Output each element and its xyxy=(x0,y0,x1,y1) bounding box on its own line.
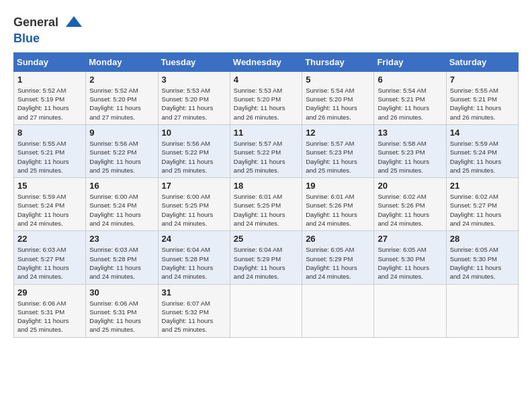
calendar-cell: 14Sunrise: 5:59 AMSunset: 5:24 PMDayligh… xyxy=(446,124,518,177)
calendar-week-5: 29Sunrise: 6:06 AMSunset: 5:31 PMDayligh… xyxy=(14,284,519,337)
day-number: 23 xyxy=(89,234,154,244)
day-info: Sunrise: 6:03 AMSunset: 5:28 PMDaylight:… xyxy=(89,245,154,281)
day-number: 15 xyxy=(17,181,82,191)
logo-text-blue: Blue xyxy=(13,32,83,46)
day-info: Sunrise: 6:04 AMSunset: 5:29 PMDaylight:… xyxy=(234,245,298,281)
day-info: Sunrise: 5:55 AMSunset: 5:21 PMDaylight:… xyxy=(450,86,515,122)
day-number: 7 xyxy=(450,75,515,85)
day-number: 20 xyxy=(378,181,442,191)
day-number: 26 xyxy=(306,234,370,244)
logo: General Blue xyxy=(13,13,83,46)
day-info: Sunrise: 6:07 AMSunset: 5:32 PMDaylight:… xyxy=(162,299,226,334)
day-number: 12 xyxy=(306,128,370,138)
calendar-cell: 28Sunrise: 6:05 AMSunset: 5:30 PMDayligh… xyxy=(446,231,518,284)
day-info: Sunrise: 5:53 AMSunset: 5:20 PMDaylight:… xyxy=(162,86,226,122)
calendar-cell: 8Sunrise: 5:55 AMSunset: 5:21 PMDaylight… xyxy=(14,124,86,177)
calendar-table: SundayMondayTuesdayWednesdayThursdayFrid… xyxy=(13,52,519,338)
day-info: Sunrise: 5:55 AMSunset: 5:21 PMDaylight:… xyxy=(17,139,82,175)
day-info: Sunrise: 5:58 AMSunset: 5:23 PMDaylight:… xyxy=(378,139,442,175)
day-info: Sunrise: 6:01 AMSunset: 5:26 PMDaylight:… xyxy=(306,192,370,228)
calendar-cell: 18Sunrise: 6:01 AMSunset: 5:25 PMDayligh… xyxy=(230,178,302,231)
day-number: 4 xyxy=(234,75,298,85)
calendar-cell: 19Sunrise: 6:01 AMSunset: 5:26 PMDayligh… xyxy=(302,178,374,231)
day-info: Sunrise: 5:56 AMSunset: 5:22 PMDaylight:… xyxy=(89,139,154,175)
calendar-header-row: SundayMondayTuesdayWednesdayThursdayFrid… xyxy=(14,52,519,71)
day-info: Sunrise: 5:57 AMSunset: 5:23 PMDaylight:… xyxy=(306,139,370,175)
day-info: Sunrise: 5:56 AMSunset: 5:22 PMDaylight:… xyxy=(162,139,226,175)
day-header-sunday: Sunday xyxy=(14,52,86,71)
day-info: Sunrise: 6:02 AMSunset: 5:27 PMDaylight:… xyxy=(450,192,515,228)
calendar-week-4: 22Sunrise: 6:03 AMSunset: 5:27 PMDayligh… xyxy=(14,231,519,284)
day-number: 22 xyxy=(17,234,82,244)
day-info: Sunrise: 5:54 AMSunset: 5:20 PMDaylight:… xyxy=(306,86,370,122)
day-info: Sunrise: 5:53 AMSunset: 5:20 PMDaylight:… xyxy=(234,86,298,122)
day-number: 18 xyxy=(234,181,298,191)
day-number: 14 xyxy=(450,128,515,138)
calendar-cell: 20Sunrise: 6:02 AMSunset: 5:26 PMDayligh… xyxy=(374,178,446,231)
day-info: Sunrise: 5:54 AMSunset: 5:21 PMDaylight:… xyxy=(378,86,442,122)
day-info: Sunrise: 5:52 AMSunset: 5:19 PMDaylight:… xyxy=(17,86,82,122)
day-number: 16 xyxy=(89,181,154,191)
calendar-cell: 24Sunrise: 6:04 AMSunset: 5:28 PMDayligh… xyxy=(158,231,230,284)
calendar-week-2: 8Sunrise: 5:55 AMSunset: 5:21 PMDaylight… xyxy=(14,124,519,177)
calendar-cell: 4Sunrise: 5:53 AMSunset: 5:20 PMDaylight… xyxy=(230,71,302,124)
day-header-friday: Friday xyxy=(374,52,446,71)
calendar-cell: 6Sunrise: 5:54 AMSunset: 5:21 PMDaylight… xyxy=(374,71,446,124)
calendar-week-1: 1Sunrise: 5:52 AMSunset: 5:19 PMDaylight… xyxy=(14,71,519,124)
day-header-thursday: Thursday xyxy=(302,52,374,71)
calendar-cell xyxy=(446,284,518,337)
calendar-cell: 5Sunrise: 5:54 AMSunset: 5:20 PMDaylight… xyxy=(302,71,374,124)
day-number: 19 xyxy=(306,181,370,191)
day-number: 29 xyxy=(17,287,82,298)
day-number: 3 xyxy=(162,75,226,85)
calendar-cell: 22Sunrise: 6:03 AMSunset: 5:27 PMDayligh… xyxy=(14,231,86,284)
day-number: 5 xyxy=(306,75,370,85)
calendar-cell xyxy=(374,284,446,337)
day-info: Sunrise: 6:06 AMSunset: 5:31 PMDaylight:… xyxy=(89,299,154,334)
day-header-wednesday: Wednesday xyxy=(230,52,302,71)
calendar-cell: 21Sunrise: 6:02 AMSunset: 5:27 PMDayligh… xyxy=(446,178,518,231)
calendar-cell: 9Sunrise: 5:56 AMSunset: 5:22 PMDaylight… xyxy=(86,124,158,177)
day-info: Sunrise: 6:05 AMSunset: 5:30 PMDaylight:… xyxy=(450,245,515,281)
day-number: 30 xyxy=(89,287,154,298)
calendar-cell: 29Sunrise: 6:06 AMSunset: 5:31 PMDayligh… xyxy=(14,284,86,337)
day-info: Sunrise: 5:59 AMSunset: 5:24 PMDaylight:… xyxy=(17,192,82,228)
calendar-cell: 16Sunrise: 6:00 AMSunset: 5:24 PMDayligh… xyxy=(86,178,158,231)
day-number: 9 xyxy=(89,128,154,138)
calendar-week-3: 15Sunrise: 5:59 AMSunset: 5:24 PMDayligh… xyxy=(14,178,519,231)
day-number: 1 xyxy=(17,75,82,85)
day-number: 25 xyxy=(234,234,298,244)
calendar-cell: 12Sunrise: 5:57 AMSunset: 5:23 PMDayligh… xyxy=(302,124,374,177)
day-info: Sunrise: 6:02 AMSunset: 5:26 PMDaylight:… xyxy=(378,192,442,228)
day-number: 11 xyxy=(234,128,298,138)
day-number: 13 xyxy=(378,128,442,138)
day-info: Sunrise: 5:52 AMSunset: 5:20 PMDaylight:… xyxy=(89,86,154,122)
calendar-cell: 11Sunrise: 5:57 AMSunset: 5:22 PMDayligh… xyxy=(230,124,302,177)
calendar-cell: 2Sunrise: 5:52 AMSunset: 5:20 PMDaylight… xyxy=(86,71,158,124)
calendar-cell: 23Sunrise: 6:03 AMSunset: 5:28 PMDayligh… xyxy=(86,231,158,284)
calendar-cell: 15Sunrise: 5:59 AMSunset: 5:24 PMDayligh… xyxy=(14,178,86,231)
calendar-cell: 3Sunrise: 5:53 AMSunset: 5:20 PMDaylight… xyxy=(158,71,230,124)
day-number: 10 xyxy=(162,128,226,138)
calendar-cell xyxy=(302,284,374,337)
calendar-cell: 26Sunrise: 6:05 AMSunset: 5:29 PMDayligh… xyxy=(302,231,374,284)
day-number: 8 xyxy=(17,128,82,138)
calendar-cell: 27Sunrise: 6:05 AMSunset: 5:30 PMDayligh… xyxy=(374,231,446,284)
calendar-cell: 7Sunrise: 5:55 AMSunset: 5:21 PMDaylight… xyxy=(446,71,518,124)
day-info: Sunrise: 5:57 AMSunset: 5:22 PMDaylight:… xyxy=(234,139,298,175)
day-number: 28 xyxy=(450,234,515,244)
day-number: 6 xyxy=(378,75,442,85)
calendar-cell: 17Sunrise: 6:00 AMSunset: 5:25 PMDayligh… xyxy=(158,178,230,231)
calendar-cell: 1Sunrise: 5:52 AMSunset: 5:19 PMDaylight… xyxy=(14,71,86,124)
day-header-tuesday: Tuesday xyxy=(158,52,230,71)
day-number: 2 xyxy=(89,75,154,85)
day-info: Sunrise: 6:04 AMSunset: 5:28 PMDaylight:… xyxy=(162,245,226,281)
day-number: 17 xyxy=(162,181,226,191)
day-info: Sunrise: 6:05 AMSunset: 5:30 PMDaylight:… xyxy=(378,245,442,281)
day-info: Sunrise: 6:06 AMSunset: 5:31 PMDaylight:… xyxy=(17,299,82,334)
calendar-cell: 31Sunrise: 6:07 AMSunset: 5:32 PMDayligh… xyxy=(158,284,230,337)
day-info: Sunrise: 5:59 AMSunset: 5:24 PMDaylight:… xyxy=(450,139,515,175)
day-header-saturday: Saturday xyxy=(446,52,518,71)
calendar-cell: 10Sunrise: 5:56 AMSunset: 5:22 PMDayligh… xyxy=(158,124,230,177)
calendar-cell: 13Sunrise: 5:58 AMSunset: 5:23 PMDayligh… xyxy=(374,124,446,177)
